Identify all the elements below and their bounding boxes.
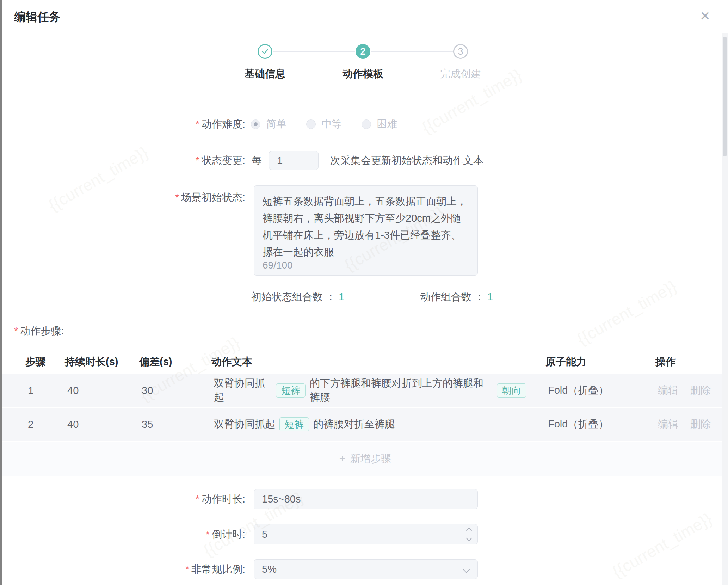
cell-deviation: 30	[142, 374, 153, 407]
step-connector	[371, 51, 453, 52]
required-asterisk: *	[206, 529, 210, 540]
required-asterisk: *	[196, 493, 199, 505]
unusual-ratio-select[interactable]: 5%	[254, 559, 478, 579]
header-operations: 操作	[655, 351, 676, 372]
header-deviation: 偏差(s)	[139, 351, 172, 372]
countdown-input[interactable]: 5	[254, 524, 478, 544]
cell-ability: Fold（折叠）	[548, 374, 609, 407]
action-combo-value: 1	[487, 291, 493, 302]
initial-state-text: 短裤五条数据背面朝上，五条数据正面朝上，裤腰朝右，离头部视野下方至少20cm之外…	[254, 186, 477, 260]
radio-simple[interactable]: 简单	[251, 117, 286, 131]
cell-action-text: 双臂协同抓起短裤的下方裤腿和裤腰对折到上方的裤腿和裤腰朝向	[214, 374, 531, 407]
radio-circle	[251, 119, 260, 129]
edit-link[interactable]: 编辑	[658, 417, 678, 431]
cell-action-text: 双臂协同抓起短裤的裤腰对折至裤腿	[214, 408, 531, 441]
cell-step: 1	[28, 374, 33, 407]
cell-step: 2	[28, 408, 33, 441]
table-row: 24035双臂协同抓起短裤的裤腰对折至裤腿Fold（折叠）编辑删除	[2, 408, 728, 441]
close-icon[interactable]: ✕	[700, 8, 710, 24]
delete-link[interactable]: 删除	[690, 417, 711, 431]
required-asterisk: *	[14, 325, 18, 337]
state-change-prefix: 每	[252, 151, 262, 170]
initial-combo-value: 1	[339, 291, 344, 302]
radio-hard[interactable]: 困难	[362, 117, 397, 131]
action-text-segment: 双臂协同抓起	[214, 376, 272, 405]
increment-button[interactable]	[460, 524, 477, 534]
background-edge	[0, 0, 2, 585]
keyword-tag: 朝向	[497, 383, 526, 398]
dialog-header: 编辑任务 ✕	[0, 0, 728, 33]
dialog-title: 编辑任务	[14, 9, 61, 25]
header-duration: 持续时长(s)	[65, 351, 118, 372]
required-asterisk: *	[185, 564, 189, 575]
step-connector	[273, 51, 355, 52]
header-step: 步骤	[25, 351, 46, 372]
action-text-segment: 的下方裤腿和裤腰对折到上方的裤腿和裤腰	[310, 376, 493, 405]
difficulty-radio-group: 简单 中等 困难	[251, 116, 397, 132]
scrollbar-track[interactable]	[722, 33, 728, 585]
add-step-button[interactable]: + 新增步骤	[2, 442, 728, 476]
step1-label: 基础信息	[223, 67, 307, 81]
cell-duration: 40	[67, 408, 79, 441]
scrollbar-thumb[interactable]	[723, 37, 727, 156]
cell-operations: 编辑删除	[658, 408, 711, 441]
chevron-up-icon	[466, 527, 472, 533]
countdown-label: *倒计时:	[0, 524, 245, 544]
difficulty-label: *动作难度:	[0, 116, 245, 132]
step2-label: 动作模板	[321, 67, 405, 81]
check-icon	[261, 47, 269, 56]
step3-label: 完成创建	[418, 67, 503, 81]
cell-deviation: 35	[142, 408, 153, 441]
initial-state-label: *场景初始状态:	[0, 192, 245, 203]
required-asterisk: *	[196, 118, 199, 130]
keyword-tag: 短裤	[276, 383, 306, 398]
state-change-label: *状态变更:	[0, 151, 245, 170]
step2-circle: 2	[356, 44, 370, 59]
cell-duration: 40	[67, 374, 79, 407]
radio-circle	[362, 119, 371, 129]
table-row: 14030双臂协同抓起短裤的下方裤腿和裤腰对折到上方的裤腿和裤腰朝向Fold（折…	[2, 374, 728, 407]
required-asterisk: *	[196, 155, 199, 166]
duration-input[interactable]: 15s~80s	[254, 489, 478, 509]
action-text-segment: 的裤腰对折至裤腿	[313, 417, 395, 431]
header-action-text: 动作文本	[211, 351, 252, 372]
plus-icon: +	[339, 453, 346, 465]
delete-link[interactable]: 删除	[690, 383, 711, 398]
cell-operations: 编辑删除	[658, 374, 711, 407]
countdown-value: 5	[262, 524, 267, 544]
keyword-tag: 短裤	[279, 417, 309, 431]
required-asterisk: *	[175, 192, 179, 203]
state-change-suffix: 次采集会更新初始状态和动作文本	[330, 151, 483, 170]
edit-link[interactable]: 编辑	[658, 383, 678, 398]
action-text-segment: 双臂协同抓起	[214, 417, 275, 431]
radio-medium[interactable]: 中等	[306, 117, 342, 131]
chevron-down-icon	[463, 566, 470, 573]
duration-label: *动作时长:	[0, 489, 245, 509]
action-steps-label: *动作步骤:	[14, 324, 64, 338]
decrement-button[interactable]	[460, 534, 477, 544]
radio-circle	[306, 119, 316, 129]
header-ability: 原子能力	[545, 351, 586, 372]
watermark: {{current_time}}	[609, 509, 715, 581]
char-counter: 69/100	[263, 260, 293, 271]
number-spinner	[460, 524, 477, 544]
initial-combo-count: 初始状态组合数 ：1	[251, 290, 344, 304]
initial-state-textarea[interactable]: 短裤五条数据背面朝上，五条数据正面朝上，裤腰朝右，离头部视野下方至少20cm之外…	[254, 185, 478, 276]
step3-circle: 3	[453, 44, 468, 59]
chevron-down-icon	[466, 535, 472, 541]
state-change-input[interactable]: 1	[269, 151, 319, 170]
step1-circle	[258, 44, 272, 59]
unusual-ratio-value: 5%	[262, 564, 277, 575]
cell-ability: Fold（折叠）	[548, 408, 609, 441]
watermark: {{current_time}}	[574, 276, 680, 349]
action-combo-count: 动作组合数 ：1	[420, 290, 493, 304]
unusual-ratio-label: *非常规比例:	[0, 559, 245, 579]
